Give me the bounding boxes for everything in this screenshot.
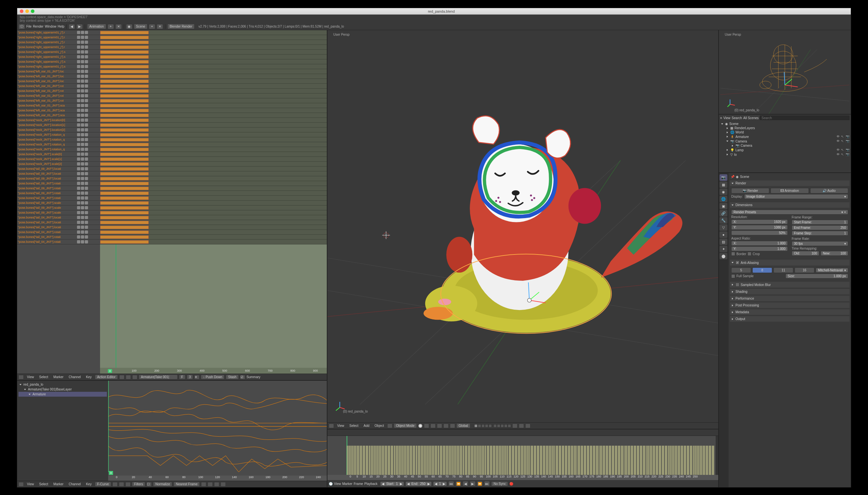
zoom-window[interactable] [31, 10, 34, 13]
channel-row[interactable]: "pose.bones["tail_09_JNT"].rotati [17, 191, 100, 196]
scene-del-icon[interactable]: ✕ [157, 24, 163, 29]
ds-menu-marker[interactable]: Marker [51, 375, 65, 379]
fps-select[interactable]: 30 fps▾ [792, 241, 848, 246]
proportional-icon[interactable] [519, 424, 524, 428]
rotate-icon[interactable] [443, 424, 448, 428]
summary-check[interactable]: ☑ [240, 375, 245, 379]
track-row[interactable] [100, 93, 327, 98]
channel-row[interactable]: "pose.bones["neck_JNT"].scale[2] [17, 161, 100, 167]
channel-row[interactable]: "pose.bones["right_upperarm01_j"].s [17, 50, 100, 54]
ghost-icon[interactable] [112, 482, 118, 487]
scale-icon[interactable] [450, 424, 455, 428]
track-row[interactable] [100, 98, 327, 103]
outliner-item[interactable]: ◉Scene [720, 122, 850, 126]
track-row[interactable] [100, 215, 327, 220]
normalize-check[interactable]: ☐ [147, 482, 152, 487]
crumb-scene[interactable]: Scene [740, 175, 749, 178]
tl-menu-view[interactable]: View [334, 482, 341, 485]
layout-add-icon[interactable]: + [108, 24, 114, 29]
channel-row[interactable]: "pose.bones["tail_09_JNT"].scale [17, 201, 100, 205]
channel-row[interactable]: "pose.bones["tail_04_JNT"].locati [17, 225, 100, 230]
graph-channel-tree[interactable]: red_panda_loArmature|Take 001|BaseLayerA… [17, 381, 108, 481]
channel-row[interactable]: "pose.bones["neck_JNT"].rotation_q [17, 137, 100, 142]
editor-type-icon[interactable] [329, 424, 334, 428]
channel-row[interactable]: "pose.bones["left_ear_01_JNT"].sca [17, 108, 100, 113]
channel-row[interactable]: "pose.bones["right_upperarm01_j"].r [17, 35, 100, 40]
channel-row[interactable]: "pose.bones["tail_04_JNT"].rotati [17, 240, 100, 244]
next-key-icon[interactable]: ⏩ [477, 481, 483, 486]
track-row[interactable] [100, 69, 327, 74]
border-check[interactable] [731, 252, 735, 256]
move-icon[interactable] [437, 424, 442, 428]
channel-row[interactable]: "pose.bones["tail_09_JNT"].rotati [17, 186, 100, 191]
new-field[interactable]: New:100 [821, 251, 848, 256]
engine-select[interactable]: Blender Render [167, 24, 195, 29]
play-reverse-icon[interactable]: ◀ [463, 481, 469, 486]
mode-select[interactable]: Object Mode [394, 423, 417, 428]
channel-row[interactable]: "pose.bones["tail_09_JNT"].scale [17, 210, 100, 215]
track-row[interactable] [100, 205, 327, 210]
copy-icon[interactable] [208, 482, 213, 487]
track-row[interactable] [100, 171, 327, 176]
aa-8[interactable]: 8 [752, 268, 772, 273]
channel-row[interactable]: "pose.bones["left_ear_01_JNT"].rot [17, 98, 100, 103]
world-tab-icon[interactable]: 🌐 [720, 196, 727, 202]
gr-menu-view[interactable]: View [25, 482, 36, 486]
timeline-editor[interactable]: 0510152025303540455055606570758085909510… [327, 429, 718, 487]
editor-type-icon[interactable] [18, 482, 24, 487]
shading-solid-icon[interactable] [418, 424, 423, 428]
channel-row[interactable]: "pose.bones["left_ear_01_JNT"].rot [17, 89, 100, 93]
scene-icon[interactable]: ◉ [126, 24, 133, 29]
handles-icon[interactable] [119, 482, 124, 487]
track-row[interactable] [100, 225, 327, 230]
modifier-icon[interactable] [220, 482, 226, 487]
channel-row[interactable]: "pose.bones["neck_JNT"].location[1] [17, 123, 100, 127]
channel-row[interactable]: "pose.bones["right_upperarm01_j"].s [17, 54, 100, 59]
ds-menu-channel[interactable]: Channel [67, 375, 82, 379]
ghost-icon[interactable] [119, 375, 125, 379]
track-row[interactable] [100, 142, 327, 147]
filters-button[interactable]: Filters [132, 482, 145, 487]
manipulator-icon[interactable] [430, 424, 436, 428]
channel-row[interactable]: "pose.bones["right_upperarm01_j"].r [17, 45, 100, 50]
track-row[interactable] [100, 74, 327, 79]
menu-window[interactable]: Window [45, 25, 56, 28]
texture-tab-icon[interactable]: ▨ [720, 239, 727, 245]
snap-icon[interactable] [201, 482, 206, 487]
track-row[interactable] [100, 123, 327, 127]
menu-file[interactable]: File [26, 25, 32, 28]
start-frame-field[interactable]: Start Frame:1 [792, 220, 848, 225]
track-row[interactable] [100, 79, 327, 84]
channel-row[interactable]: "pose.bones["neck_JNT"].rotation_q [17, 147, 100, 152]
gr-menu-marker[interactable]: Marker [51, 482, 65, 486]
action-del-icon[interactable]: ✕ [194, 375, 199, 379]
panel-header[interactable]: Shading [730, 289, 850, 294]
crop-check[interactable] [748, 252, 751, 256]
physics-tab-icon[interactable]: ⬤ [720, 253, 727, 259]
render-tab-icon[interactable]: 📷 [720, 174, 727, 181]
track-row[interactable] [100, 137, 327, 142]
res-pct-field[interactable]: 50% [731, 231, 788, 235]
outliner-item[interactable]: 💡Lamp👁↖📷 [720, 148, 850, 152]
back-icon[interactable]: ◀ [68, 24, 75, 29]
tl-menu-frame[interactable]: Frame [354, 482, 363, 485]
track-row[interactable] [100, 40, 327, 45]
channel-row[interactable]: "pose.bones["neck_JNT"].location[0] [17, 118, 100, 123]
track-row[interactable] [100, 59, 327, 64]
channel-row[interactable]: "pose.bones["right_upperarm01_j"].r [17, 40, 100, 45]
aspect-x-field[interactable]: X:1.000 [731, 241, 788, 246]
channel-row[interactable]: "pose.bones["neck_JNT"].location[2] [17, 127, 100, 133]
snap-icon[interactable] [512, 424, 518, 428]
scene-tab-icon[interactable]: ◉ [720, 189, 727, 195]
filter-icon[interactable] [126, 375, 131, 379]
aa-16[interactable]: 16 [795, 268, 814, 273]
track-row[interactable] [100, 210, 327, 215]
panel-header[interactable]: Metadata [730, 309, 850, 315]
tl-menu-marker[interactable]: Marker [342, 482, 353, 485]
channel-row[interactable]: "pose.bones["left_ear_01_JNT"].loc [17, 69, 100, 74]
outliner-item[interactable]: ▽lo👁↖📷 [720, 152, 850, 157]
track-row[interactable] [100, 196, 327, 201]
graph-tree-item[interactable]: Armature [18, 392, 107, 397]
track-row[interactable] [100, 133, 327, 137]
end-frame-field[interactable]: End Frame:250 [792, 225, 848, 230]
